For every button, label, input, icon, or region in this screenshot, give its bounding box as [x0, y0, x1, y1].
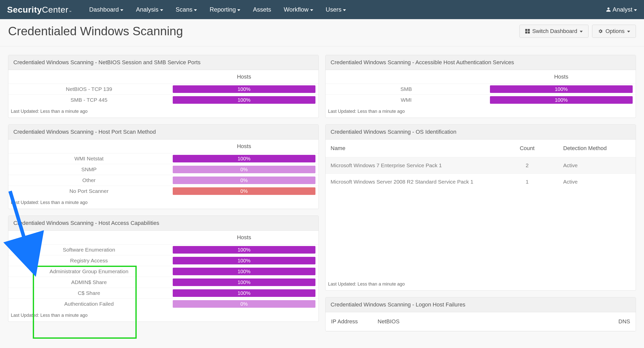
nav-item-scans[interactable]: Scans	[176, 6, 197, 13]
nav-item-reporting[interactable]: Reporting	[210, 6, 240, 13]
dashboard-left-column: Credentialed Windows Scanning - NetBIOS …	[8, 55, 319, 331]
panel-os: Credentialed Windows Scanning - OS Ident…	[325, 124, 636, 291]
table-row[interactable]: ADMIN$ Share100%	[8, 277, 318, 288]
table-row[interactable]: SMB100%	[326, 84, 636, 95]
table-row[interactable]: No Port Scanner0%	[8, 186, 318, 197]
row-bar-cell: 100%	[170, 255, 318, 266]
os-table: Name Count Detection Method Microsoft Wi…	[326, 140, 636, 190]
progress-bar: 0%	[173, 300, 315, 308]
table-row[interactable]: Microsoft Windows 7 Enterprise Service P…	[326, 157, 636, 174]
table-row[interactable]: SNMP0%	[8, 164, 318, 175]
switch-dashboard-label: Switch Dashboard	[532, 28, 577, 34]
caret-down-icon	[634, 9, 637, 11]
row-bar-cell: 0%	[170, 186, 318, 197]
dashboard-right-column: Credentialed Windows Scanning - Accessib…	[325, 55, 636, 331]
os-count: 1	[496, 174, 558, 190]
panel-title[interactable]: Credentialed Windows Scanning - Accessib…	[326, 55, 636, 70]
col-name[interactable]: Name	[326, 140, 496, 157]
col-hosts: Hosts	[170, 140, 318, 153]
brand-logo[interactable]: SecurityCenter™	[7, 5, 72, 15]
nav-user-menu[interactable]: Analyst	[606, 6, 637, 13]
nav-label: Users	[326, 6, 342, 13]
panel-title[interactable]: Credentialed Windows Scanning - NetBIOS …	[8, 55, 318, 70]
panel-footer: Last Updated: Less than a minute ago	[8, 105, 318, 118]
nav-item-assets[interactable]: Assets	[253, 6, 271, 13]
table-row[interactable]: Administrator Group Enumeration100%	[8, 266, 318, 277]
table-row[interactable]: SMB - TCP 445100%	[8, 95, 318, 106]
netbios-table: Hosts NetBIOS - TCP 139100%SMB - TCP 445…	[8, 70, 318, 105]
caret-down-icon	[580, 31, 583, 32]
panel-footer: Last Updated: Less than a minute ago	[326, 278, 636, 290]
row-bar-cell: 100%	[170, 153, 318, 164]
col-netbios[interactable]: NetBIOS	[372, 312, 558, 331]
progress-bar: 100%	[173, 246, 315, 254]
caret-down-icon	[237, 9, 240, 11]
col-hosts: Hosts	[170, 70, 318, 84]
os-method: Active	[558, 157, 636, 174]
dashboard-grid: Credentialed Windows Scanning - NetBIOS …	[0, 46, 644, 340]
row-bar-cell: 100%	[170, 266, 318, 277]
caret-down-icon	[343, 9, 346, 11]
brand-part2: Center	[42, 5, 68, 15]
header-buttons: Switch Dashboard Options	[519, 25, 636, 38]
panel-netbios: Credentialed Windows Scanning - NetBIOS …	[8, 55, 319, 118]
col-ip[interactable]: IP Address	[326, 312, 372, 331]
table-row[interactable]: Software Enumeration100%	[8, 245, 318, 255]
row-bar-cell: 0%	[170, 175, 318, 186]
auth-table: Hosts SMB100%WMI100%	[326, 70, 636, 105]
progress-bar: 0%	[173, 177, 315, 184]
col-hosts: Hosts	[170, 231, 318, 245]
nav-label: Scans	[176, 6, 193, 13]
logon-table: IP Address NetBIOS DNS	[326, 312, 636, 331]
col-method[interactable]: Detection Method	[558, 140, 636, 157]
table-row[interactable]: Other0%	[8, 175, 318, 186]
table-row[interactable]: Authentication Failed0%	[8, 299, 318, 309]
nav-item-analysis[interactable]: Analysis	[136, 6, 163, 13]
nav-item-users[interactable]: Users	[326, 6, 346, 13]
row-bar-cell: 0%	[170, 164, 318, 175]
col-dns[interactable]: DNS	[558, 312, 636, 331]
user-icon	[606, 7, 611, 12]
progress-bar: 100%	[173, 257, 315, 264]
panel-title[interactable]: Credentialed Windows Scanning - OS Ident…	[326, 125, 636, 140]
panel-title[interactable]: Credentialed Windows Scanning - Host Acc…	[8, 216, 318, 231]
panel-footer: Last Updated: Less than a minute ago	[8, 196, 318, 209]
page-header: Credentialed Windows Scanning Switch Das…	[0, 19, 644, 46]
row-bar-cell: 100%	[170, 84, 318, 95]
table-row[interactable]: NetBIOS - TCP 139100%	[8, 84, 318, 95]
os-method: Active	[558, 174, 636, 190]
table-row[interactable]: WMI Netstat100%	[8, 153, 318, 164]
caret-down-icon	[310, 9, 313, 11]
switch-dashboard-button[interactable]: Switch Dashboard	[519, 25, 589, 38]
nav-item-dashboard[interactable]: Dashboard	[89, 6, 123, 13]
row-label: Registry Access	[8, 255, 170, 266]
row-bar-cell: 100%	[487, 95, 636, 106]
os-name: Microsoft Windows Server 2008 R2 Standar…	[326, 174, 496, 190]
nav-label: Assets	[253, 6, 271, 13]
table-row[interactable]: WMI100%	[326, 95, 636, 106]
col-hosts: Hosts	[487, 70, 636, 84]
table-row[interactable]: Registry Access100%	[8, 255, 318, 266]
options-button[interactable]: Options	[592, 25, 636, 38]
progress-bar: 100%	[173, 96, 315, 104]
progress-bar: 100%	[490, 96, 633, 104]
caret-down-icon	[194, 9, 197, 11]
table-row[interactable]: C$ Share100%	[8, 288, 318, 299]
row-bar-cell: 0%	[170, 299, 318, 309]
panel-footer: Last Updated: Less than a minute ago	[8, 309, 318, 322]
panel-title[interactable]: Credentialed Windows Scanning - Logon Ho…	[326, 297, 636, 312]
progress-bar: 100%	[173, 268, 315, 275]
row-label: WMI	[326, 95, 487, 106]
nav-item-workflow[interactable]: Workflow	[284, 6, 313, 13]
nav-menu: Dashboard Analysis Scans Reporting Asset…	[89, 6, 606, 13]
progress-bar: 100%	[490, 85, 633, 93]
col-count[interactable]: Count	[496, 140, 558, 157]
progress-bar: 100%	[173, 279, 315, 286]
page-title: Credentialed Windows Scanning	[8, 24, 519, 38]
row-label: C$ Share	[8, 288, 170, 299]
gear-icon	[598, 29, 603, 34]
table-row[interactable]: Microsoft Windows Server 2008 R2 Standar…	[326, 174, 636, 190]
row-label: No Port Scanner	[8, 186, 170, 197]
panel-title[interactable]: Credentialed Windows Scanning - Host Por…	[8, 125, 318, 140]
row-bar-cell: 100%	[487, 84, 636, 95]
